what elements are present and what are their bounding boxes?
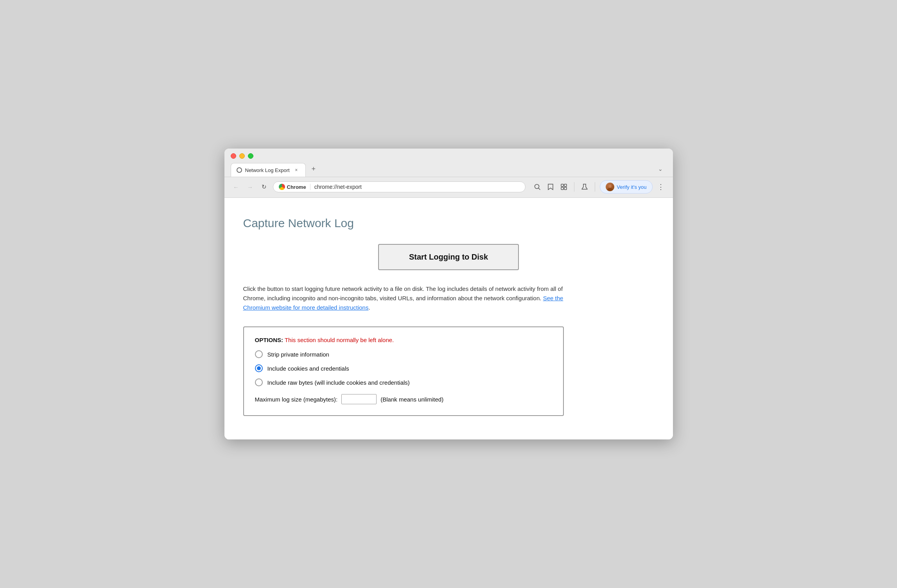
url-bar[interactable]: Chrome chrome://net-export <box>273 181 526 192</box>
avatar-icon <box>606 183 614 191</box>
maximize-traffic-light[interactable] <box>248 153 253 159</box>
verify-label: Verify it's you <box>617 184 646 190</box>
minimize-traffic-light[interactable] <box>239 153 245 159</box>
options-box: OPTIONS: This section should normally be… <box>243 326 564 416</box>
radio-strip[interactable]: Strip private information <box>255 350 552 358</box>
active-tab[interactable]: Network Log Export × <box>231 163 306 177</box>
max-log-label: Maximum log size (megabytes): <box>255 396 338 403</box>
toolbar-divider-2 <box>595 182 595 192</box>
refresh-button[interactable]: ↻ <box>259 181 270 192</box>
close-traffic-light[interactable] <box>231 153 236 159</box>
start-button-container: Start Logging to Disk <box>243 244 654 270</box>
page-title: Capture Network Log <box>243 217 654 230</box>
svg-rect-3 <box>564 184 567 186</box>
radio-dot-cookies <box>257 366 261 370</box>
options-warning: This section should normally be left alo… <box>285 337 394 343</box>
tab-favicon <box>237 167 242 173</box>
radio-label-strip: Strip private information <box>267 351 329 358</box>
radio-group: Strip private information Include cookie… <box>255 350 552 386</box>
options-header: OPTIONS: This section should normally be… <box>255 337 552 343</box>
browser-window: Network Log Export × + ⌄ ← → ↻ Chrome ch… <box>224 149 673 439</box>
verify-button[interactable]: Verify it's you <box>600 180 652 194</box>
svg-point-7 <box>608 185 612 188</box>
search-icon[interactable] <box>532 181 543 192</box>
svg-line-1 <box>539 188 540 190</box>
tabs-row: Network Log Export × + ⌄ <box>231 163 667 177</box>
page-content: Capture Network Log Start Logging to Dis… <box>224 198 673 439</box>
chrome-label: Chrome <box>287 184 306 190</box>
tab-expand-button[interactable]: ⌄ <box>654 163 667 175</box>
max-log-row: Maximum log size (megabytes): (Blank mea… <box>255 394 552 404</box>
link-suffix: . <box>368 304 370 311</box>
bookmark-icon[interactable] <box>545 181 556 192</box>
new-tab-button[interactable]: + <box>307 163 320 175</box>
svg-rect-2 <box>561 184 563 186</box>
toolbar-divider <box>574 182 574 192</box>
beaker-icon[interactable] <box>579 181 590 192</box>
svg-point-0 <box>535 185 539 189</box>
traffic-lights <box>231 153 667 159</box>
extension-icon[interactable] <box>558 181 569 192</box>
title-bar: Network Log Export × + ⌄ <box>224 149 673 177</box>
chrome-logo-icon <box>279 184 285 190</box>
radio-raw[interactable]: Include raw bytes (will include cookies … <box>255 378 552 386</box>
url-text: chrome://net-export <box>314 184 520 190</box>
menu-button[interactable]: ⋮ <box>656 181 667 192</box>
address-bar: ← → ↻ Chrome chrome://net-export <box>224 177 673 198</box>
chrome-badge: Chrome <box>279 184 310 190</box>
back-button[interactable]: ← <box>231 181 242 192</box>
radio-label-cookies: Include cookies and credentials <box>267 365 349 372</box>
radio-circle-strip <box>255 350 263 358</box>
svg-rect-4 <box>561 187 563 190</box>
description-text: Click the button to start logging future… <box>243 284 564 312</box>
max-log-suffix: (Blank means unlimited) <box>380 396 443 403</box>
forward-button[interactable]: → <box>245 181 256 192</box>
start-logging-button[interactable]: Start Logging to Disk <box>378 244 519 270</box>
svg-rect-5 <box>564 187 567 190</box>
radio-circle-cookies <box>255 364 263 372</box>
radio-circle-raw <box>255 378 263 386</box>
max-log-input[interactable] <box>341 394 377 404</box>
options-label: OPTIONS: <box>255 337 283 343</box>
svg-point-8 <box>607 188 613 191</box>
url-icons <box>532 181 569 192</box>
radio-cookies[interactable]: Include cookies and credentials <box>255 364 552 372</box>
tab-title: Network Log Export <box>245 167 290 173</box>
description-body: Click the button to start logging future… <box>243 285 563 301</box>
tab-close-button[interactable]: × <box>293 167 300 174</box>
radio-label-raw: Include raw bytes (will include cookies … <box>267 379 410 386</box>
